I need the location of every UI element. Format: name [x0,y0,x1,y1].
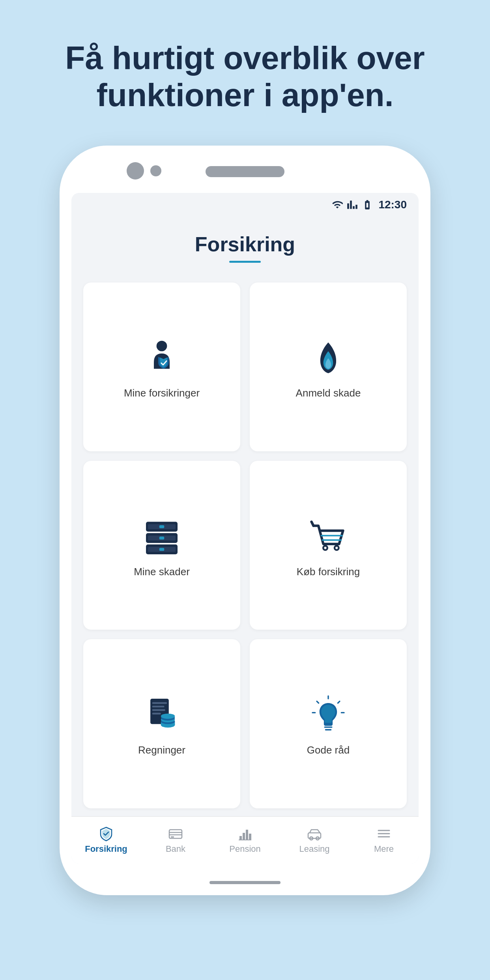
grid-item-gode-rad[interactable]: Gode råd [250,639,407,808]
drawers-icon [142,517,181,556]
kob-forsikring-label: Køb forsikring [297,566,360,578]
svg-point-27 [161,714,175,719]
grid-item-mine-forsikringer[interactable]: Mine forsikringer [83,282,240,451]
svg-line-29 [338,701,339,703]
status-bar: 12:30 [71,193,419,217]
svg-line-31 [317,701,318,703]
svg-rect-20 [152,709,165,711]
mere-nav-icon [376,826,392,842]
phone-camera-left [127,162,144,180]
anmeld-skade-label: Anmeld skade [296,387,361,399]
status-icons: 12:30 [332,198,407,211]
phone-camera-small [150,165,161,176]
svg-rect-6 [159,537,165,540]
bank-nav-icon [168,826,183,842]
phone-speaker [206,166,284,177]
gode-rad-label: Gode råd [307,744,350,756]
pension-nav-icon [237,826,253,842]
regninger-label: Regninger [138,744,185,756]
forsikring-nav-label: Forsikring [85,844,127,854]
battery-icon [362,199,373,210]
grid-container: Mine forsikringer Anmeld [71,271,419,816]
signal-icon [347,199,358,210]
nav-item-forsikring[interactable]: Forsikring [71,826,141,854]
page-title-container: Forsikring [71,217,419,271]
phone-frame: 12:30 Forsikring [60,146,430,895]
bottom-nav: Forsikring Bank [71,816,419,864]
status-time: 12:30 [378,198,407,211]
nav-item-leasing[interactable]: Leasing [280,826,349,854]
lightbulb-icon [309,695,348,735]
svg-rect-42 [249,834,251,840]
leasing-nav-label: Leasing [299,844,329,854]
insurance-person-icon [142,338,181,378]
svg-rect-3 [159,525,165,528]
mine-forsikringer-label: Mine forsikringer [124,387,200,399]
svg-point-0 [157,341,167,352]
grid-item-anmeld-skade[interactable]: Anmeld skade [250,282,407,451]
page-title: Forsikring [195,232,295,256]
nav-item-mere[interactable]: Mere [349,826,419,854]
forsikring-nav-icon [98,826,114,842]
svg-rect-38 [171,836,174,838]
flame-icon [309,338,348,378]
phone-screen: 12:30 Forsikring [71,193,419,864]
app-content: Forsikring [71,217,419,864]
nav-item-pension[interactable]: Pension [210,826,280,854]
bank-nav-label: Bank [166,844,185,854]
svg-line-10 [312,522,314,526]
grid-item-kob-forsikring[interactable]: Køb forsikring [250,461,407,630]
pension-nav-label: Pension [229,844,261,854]
nav-item-bank[interactable]: Bank [141,826,210,854]
mere-nav-label: Mere [374,844,394,854]
svg-rect-18 [152,702,167,704]
svg-rect-19 [152,706,165,707]
invoice-icon [142,695,181,735]
svg-rect-41 [246,830,248,840]
svg-rect-9 [159,548,165,551]
cart-icon [309,517,348,556]
home-indicator [209,881,281,884]
grid-item-regninger[interactable]: Regninger [83,639,240,808]
svg-rect-40 [243,833,245,840]
svg-rect-21 [152,713,161,714]
leasing-nav-icon [307,826,322,842]
page-title-underline [229,261,261,263]
mine-skader-label: Mine skader [134,566,190,578]
svg-point-15 [324,546,326,549]
svg-rect-39 [239,836,242,840]
grid-item-mine-skader[interactable]: Mine skader [83,461,240,630]
page-headline: Få hurtigt overblik over funktioner i ap… [28,39,462,114]
svg-point-16 [335,546,338,549]
wifi-icon [332,199,343,210]
